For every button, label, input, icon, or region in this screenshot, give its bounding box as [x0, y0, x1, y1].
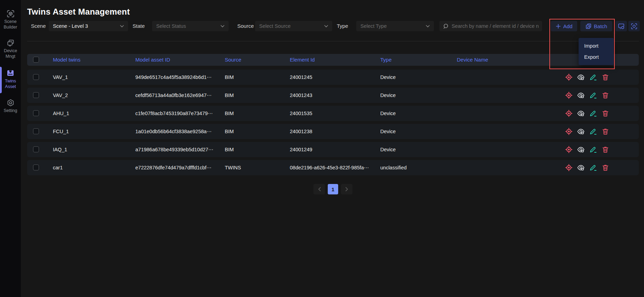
- eye-icon: [577, 164, 585, 171]
- eye-icon: [577, 146, 585, 153]
- pagination-page-1[interactable]: 1: [328, 184, 338, 194]
- batch-button-label: Batch: [594, 23, 607, 29]
- table-row: VAV_1 949de6517c4a45f5a38924b6d1⋯ BIM 24…: [27, 70, 639, 85]
- frame-target-icon: [631, 23, 637, 30]
- batch-dropdown-menu: Import Export: [579, 38, 614, 65]
- cell-model-asset-id: 1a01e0db56b64cf3838ae9258a⋯: [135, 124, 212, 139]
- trash-icon: [602, 128, 609, 135]
- add-button[interactable]: Add: [551, 21, 577, 31]
- row-actions: [565, 142, 609, 157]
- column-header-source[interactable]: Source: [225, 54, 241, 66]
- source-select[interactable]: Select Source: [255, 21, 332, 31]
- row-checkbox[interactable]: [33, 128, 39, 134]
- edit-action-button[interactable]: [589, 164, 597, 171]
- preview-action-button[interactable]: [577, 164, 585, 171]
- source-select-placeholder: Select Source: [259, 23, 321, 29]
- plus-icon: [556, 24, 561, 29]
- sidebar-item-label: Setting: [0, 108, 21, 114]
- locate-action-button[interactable]: [565, 164, 572, 171]
- menu-item-export[interactable]: Export: [579, 51, 614, 63]
- sidebar-item-scene-builder[interactable]: Scene Builder: [0, 10, 21, 30]
- eye-icon: [577, 92, 585, 99]
- cell-source: BIM: [225, 88, 234, 103]
- menu-item-import[interactable]: Import: [579, 40, 614, 51]
- delete-action-button[interactable]: [602, 146, 609, 153]
- scene-view-button[interactable]: [615, 21, 627, 31]
- cell-model-asset-id: 949de6517c4a45f5a38924b6d1⋯: [135, 70, 212, 85]
- cell-source: BIM: [225, 142, 234, 157]
- cell-type: Device: [380, 142, 396, 157]
- state-select[interactable]: Select Status: [152, 21, 229, 31]
- locate-icon: [565, 110, 572, 117]
- cell-source: BIM: [225, 124, 234, 139]
- frame-target-button[interactable]: [628, 21, 640, 31]
- sidebar-item-twins-asset[interactable]: Twins Asset: [0, 69, 21, 89]
- cell-model-twins: VAV_2: [53, 88, 68, 103]
- locate-action-button[interactable]: [565, 128, 572, 135]
- cell-model-twins: FCU_1: [53, 124, 69, 139]
- row-checkbox[interactable]: [33, 164, 39, 170]
- locate-action-button[interactable]: [565, 92, 572, 99]
- chevron-left-icon: [318, 187, 321, 191]
- column-header-type[interactable]: Type: [380, 54, 392, 66]
- pagination-prev-button[interactable]: [313, 184, 325, 194]
- row-checkbox[interactable]: [33, 74, 39, 80]
- edit-action-button[interactable]: [589, 110, 597, 117]
- column-header-model-twins[interactable]: Model twins: [53, 54, 80, 66]
- locate-action-button[interactable]: [565, 74, 572, 81]
- edit-pencil-icon: [590, 128, 597, 135]
- page-title: Twins Asset Management: [27, 7, 130, 17]
- eye-icon: [577, 74, 585, 81]
- preview-action-button[interactable]: [577, 92, 585, 99]
- type-select[interactable]: Select Type: [356, 21, 434, 31]
- scene-builder-icon: [7, 10, 15, 18]
- chevron-down-icon: [221, 25, 224, 27]
- row-checkbox[interactable]: [33, 146, 39, 152]
- edit-action-button[interactable]: [589, 92, 597, 99]
- chevron-down-icon: [426, 25, 430, 27]
- edit-action-button[interactable]: [589, 74, 597, 81]
- delete-action-button[interactable]: [602, 164, 609, 171]
- cell-model-asset-id: e7222876dfe74d479a7dfffd1cbf⋯: [135, 160, 212, 175]
- search-box: [439, 21, 542, 31]
- preview-action-button[interactable]: [577, 146, 585, 153]
- column-header-element-id[interactable]: Element Id: [290, 54, 315, 66]
- scene-select-value: Scene - Level 3: [53, 23, 117, 29]
- locate-action-button[interactable]: [565, 110, 572, 117]
- setting-icon: [7, 99, 15, 107]
- monitor-cube-icon: [618, 23, 625, 30]
- row-checkbox[interactable]: [33, 92, 39, 98]
- locate-icon: [565, 128, 572, 135]
- locate-action-button[interactable]: [565, 146, 572, 153]
- delete-action-button[interactable]: [602, 128, 609, 135]
- edit-action-button[interactable]: [589, 146, 597, 153]
- scene-select[interactable]: Scene - Level 3: [49, 21, 128, 31]
- state-filter-label: State: [133, 21, 145, 31]
- filterbar-divider: [27, 41, 639, 41]
- type-filter-label: Type: [337, 21, 348, 31]
- cell-model-twins: car1: [53, 160, 63, 175]
- delete-action-button[interactable]: [602, 74, 609, 81]
- row-checkbox[interactable]: [33, 110, 39, 116]
- cell-source: BIM: [225, 70, 234, 85]
- batch-button[interactable]: Batch: [580, 21, 612, 31]
- column-header-device-name[interactable]: Device Name: [457, 54, 488, 66]
- delete-action-button[interactable]: [602, 92, 609, 99]
- sidebar-item-setting[interactable]: Setting: [0, 99, 21, 114]
- cell-model-twins: IAQ_1: [53, 142, 67, 157]
- search-input[interactable]: [452, 23, 539, 29]
- select-all-checkbox[interactable]: [33, 57, 39, 63]
- table-row: AHU_1 c1fe07f8acb7453190a87e73479⋯ BIM 2…: [27, 106, 639, 121]
- column-header-model-asset-id[interactable]: Model asset ID: [135, 54, 170, 66]
- table-row: car1 e7222876dfe74d479a7dfffd1cbf⋯ TWINS…: [27, 160, 639, 175]
- pagination-next-button[interactable]: [341, 184, 352, 194]
- edit-action-button[interactable]: [589, 128, 597, 135]
- sidebar-item-device-mngt[interactable]: Device Mngt: [0, 39, 21, 59]
- preview-action-button[interactable]: [577, 110, 585, 117]
- delete-action-button[interactable]: [602, 110, 609, 117]
- preview-action-button[interactable]: [577, 74, 585, 81]
- edit-pencil-icon: [590, 92, 597, 99]
- preview-action-button[interactable]: [577, 128, 585, 135]
- state-select-placeholder: Select Status: [156, 23, 218, 29]
- cell-type: Device: [380, 70, 396, 85]
